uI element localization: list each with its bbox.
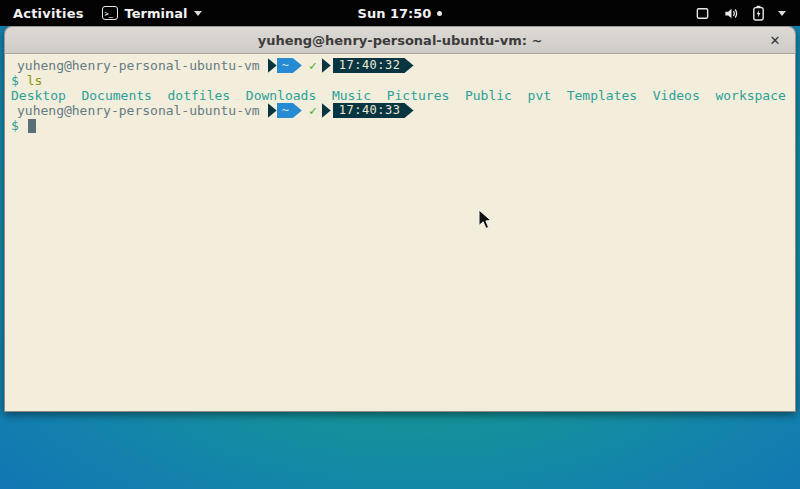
system-status-area[interactable] bbox=[695, 5, 800, 21]
prompt-time: 17:40:33 bbox=[333, 103, 405, 118]
powerline-arrow-icon bbox=[405, 58, 414, 73]
powerline-arrow-icon bbox=[293, 103, 302, 118]
powerline-separator-icon bbox=[322, 58, 331, 73]
notification-dot-icon bbox=[437, 11, 442, 16]
powerline-separator-icon bbox=[322, 103, 331, 118]
gnome-top-bar: Activities >_ Terminal Sun 17:50 bbox=[0, 0, 800, 26]
powerline-separator-icon bbox=[268, 58, 277, 73]
caret-down-icon bbox=[778, 11, 786, 16]
prompt-char: $ bbox=[9, 73, 19, 88]
close-button[interactable]: ✕ bbox=[766, 31, 784, 49]
prompt-line-2: yuheng@henry-personal-ubuntu-vm ~ ✓ 17:4… bbox=[9, 103, 795, 118]
powerline-time-segment: 17:40:33 bbox=[322, 103, 414, 118]
terminal-content[interactable]: yuheng@henry-personal-ubuntu-vm ~ ✓ 17:4… bbox=[4, 54, 796, 412]
terminal-window: yuheng@henry-personal-ubuntu-vm: ~ ✕ yuh… bbox=[4, 26, 796, 412]
app-menu-terminal[interactable]: >_ Terminal bbox=[102, 6, 203, 21]
prompt-line-1: yuheng@henry-personal-ubuntu-vm ~ ✓ 17:4… bbox=[9, 58, 795, 73]
clock-label: Sun 17:50 bbox=[358, 6, 432, 21]
powerline-time-segment: 17:40:32 bbox=[322, 58, 414, 73]
chevron-down-icon bbox=[194, 11, 202, 16]
prompt-time: 17:40:32 bbox=[333, 58, 405, 73]
app-menu-label: Terminal bbox=[125, 6, 188, 21]
typed-command: ls bbox=[27, 73, 43, 88]
clock-button[interactable]: Sun 17:50 bbox=[358, 6, 443, 21]
window-titlebar[interactable]: yuheng@henry-personal-ubuntu-vm: ~ ✕ bbox=[4, 26, 796, 54]
prompt-user: yuheng@henry-personal-ubuntu-vm bbox=[9, 103, 260, 118]
powerline-separator-icon bbox=[268, 103, 277, 118]
powerline-arrow-icon bbox=[405, 103, 414, 118]
powerline-dir-segment: ~ bbox=[268, 58, 302, 73]
terminal-icon: >_ bbox=[102, 6, 118, 20]
activities-button[interactable]: Activities bbox=[13, 6, 84, 21]
input-line[interactable]: $ bbox=[9, 118, 795, 133]
terminal-cursor bbox=[28, 119, 36, 133]
command-line: $ ls bbox=[9, 73, 795, 88]
powerline-dir-segment: ~ bbox=[268, 103, 302, 118]
ls-output-line: Desktop Documents dotfiles Downloads Mus… bbox=[9, 88, 795, 103]
window-title: yuheng@henry-personal-ubuntu-vm: ~ bbox=[258, 33, 543, 48]
powerline-arrow-icon bbox=[293, 58, 302, 73]
desktop-background: Activities >_ Terminal Sun 17:50 bbox=[0, 0, 800, 489]
prompt-char: $ bbox=[9, 118, 19, 133]
prompt-dir: ~ bbox=[277, 103, 293, 118]
status-check-icon: ✓ bbox=[309, 58, 317, 73]
volume-icon bbox=[723, 6, 739, 21]
battery-charging-icon bbox=[752, 5, 765, 21]
ls-output: Desktop Documents dotfiles Downloads Mus… bbox=[9, 88, 786, 103]
prompt-user: yuheng@henry-personal-ubuntu-vm bbox=[9, 58, 260, 73]
status-check-icon: ✓ bbox=[309, 103, 317, 118]
prompt-dir: ~ bbox=[277, 58, 293, 73]
screen-share-icon bbox=[695, 6, 710, 21]
